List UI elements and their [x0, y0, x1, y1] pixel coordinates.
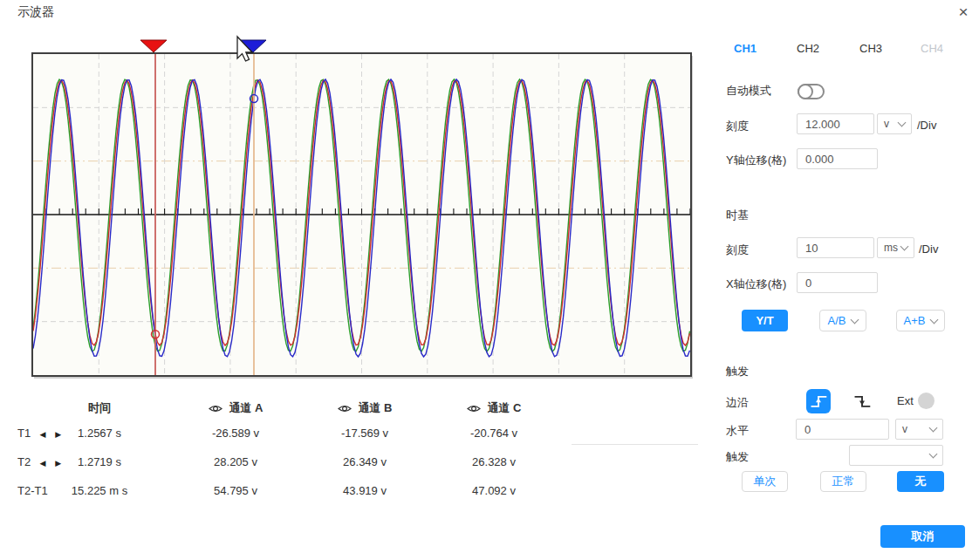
- ch-scale-input[interactable]: [797, 113, 874, 134]
- no-trigger-button[interactable]: 无: [897, 471, 944, 492]
- trigger-level-unit-select[interactable]: v: [895, 419, 943, 440]
- chevron-down-icon: [929, 450, 938, 459]
- ch-scale-unit-value: v: [884, 118, 889, 130]
- x-offset-input[interactable]: [797, 272, 878, 293]
- channel-b-header: 通道 B: [359, 400, 393, 416]
- tb-scale-input[interactable]: [797, 237, 874, 258]
- yt-mode-button[interactable]: Y/T: [742, 310, 788, 331]
- trigger-level-unit-value: v: [902, 423, 907, 435]
- t1-channel-c-value: -20.764 v: [429, 427, 558, 440]
- tb-per-div-label: /Div: [919, 242, 938, 256]
- ext-label: Ext: [897, 394, 914, 407]
- ab-mode-button[interactable]: A/B: [819, 310, 866, 331]
- t2-channel-a-value: 28.205 v: [171, 455, 300, 468]
- cursor-t1-flag-icon[interactable]: [140, 40, 167, 52]
- trigger-heading: 触发: [726, 364, 749, 379]
- tb-scale-label: 刻度: [726, 242, 749, 258]
- x-offset-label: X轴位移(格): [726, 277, 786, 292]
- y-offset-input[interactable]: [797, 148, 878, 169]
- t2-t1-channel-b-value: 43.919 v: [300, 484, 429, 497]
- t1-prev-arrow-icon[interactable]: ◀: [37, 430, 49, 439]
- chevron-down-icon: [898, 119, 907, 127]
- level-label: 水平: [726, 423, 749, 439]
- tb-scale-unit-value: ms: [884, 242, 898, 254]
- measurement-row-t1: T1 ◀ ▶ 1.2567 s -26.589 v -17.569 v -20.…: [17, 420, 593, 446]
- close-button[interactable]: ×: [953, 2, 974, 23]
- measurement-row-delta: T2-T1 15.225 m s 54.795 v 43.919 v 47.09…: [17, 477, 593, 503]
- ab-mode-label: A/B: [828, 314, 846, 327]
- tab-ch2[interactable]: CH2: [797, 42, 819, 55]
- channel-a-visibility-eye-icon[interactable]: [209, 404, 222, 413]
- tab-ch4[interactable]: CH4: [921, 42, 943, 55]
- tb-scale-unit-select[interactable]: ms: [877, 237, 914, 258]
- tab-ch3[interactable]: CH3: [859, 42, 882, 55]
- t2-t1-time-value: 15.225 m s: [66, 484, 133, 497]
- ch-scale-label: 刻度: [726, 119, 749, 134]
- t1-label: T1: [17, 427, 37, 440]
- t2-label: T2: [17, 455, 37, 468]
- t1-channel-b-value: -17.569 v: [300, 427, 429, 440]
- ch-per-div-label: /Div: [917, 119, 936, 132]
- t2-channel-c-value: 26.328 v: [429, 455, 558, 468]
- chevron-down-icon: [930, 315, 939, 324]
- waveform-plot: [33, 54, 690, 375]
- t1-time-value: 1.2567 s: [66, 427, 133, 440]
- t2-time-value: 1.2719 s: [66, 455, 133, 468]
- single-trigger-button[interactable]: 单次: [742, 471, 788, 492]
- tab-ch1[interactable]: CH1: [734, 42, 756, 55]
- falling-edge-button[interactable]: [850, 389, 874, 413]
- chevron-down-icon: [900, 242, 909, 251]
- chevron-down-icon: [851, 315, 859, 324]
- normal-trigger-button[interactable]: 正常: [820, 471, 866, 492]
- t2-next-arrow-icon[interactable]: ▶: [52, 459, 65, 468]
- trigger-level-input[interactable]: [796, 419, 889, 440]
- auto-mode-label: 自动模式: [726, 83, 771, 99]
- rising-edge-button[interactable]: [806, 389, 831, 413]
- timebase-heading: 时基: [726, 208, 749, 223]
- apb-mode-button[interactable]: A+B: [896, 310, 945, 331]
- t2-t1-label: T2-T1: [17, 484, 66, 497]
- time-header: 时间: [66, 400, 133, 416]
- y-offset-label: Y轴位移(格): [726, 153, 786, 168]
- apb-mode-label: A+B: [904, 314, 926, 327]
- channel-c-header: 通道 C: [488, 400, 522, 416]
- cursor-flag-overlay: [0, 0, 715, 70]
- measurements-header-row: 时间 通道 A 通道 B 通道 C: [17, 397, 593, 420]
- ch-scale-unit-select[interactable]: v: [877, 113, 912, 134]
- measurement-row-t2: T2 ◀ ▶ 1.2719 s 28.205 v 26.349 v 26.328…: [17, 448, 593, 475]
- ext-trigger-led: [918, 393, 934, 409]
- cancel-button[interactable]: 取消: [880, 525, 965, 548]
- t2-channel-b-value: 26.349 v: [300, 455, 429, 468]
- t2-t1-channel-a-value: 54.795 v: [171, 484, 300, 497]
- auto-mode-toggle[interactable]: [798, 84, 825, 99]
- oscilloscope-display: [31, 52, 692, 377]
- chevron-down-icon: [929, 424, 938, 433]
- channel-c-visibility-eye-icon[interactable]: [467, 404, 481, 413]
- trigger-source-label: 触发: [726, 449, 749, 465]
- t1-channel-a-value: -26.589 v: [171, 427, 300, 440]
- channel-b-visibility-eye-icon[interactable]: [338, 404, 352, 413]
- t2-t1-channel-c-value: 47.092 v: [429, 484, 558, 497]
- rising-edge-icon: [809, 392, 828, 411]
- t2-prev-arrow-icon[interactable]: ◀: [37, 459, 49, 468]
- falling-edge-icon: [852, 392, 872, 411]
- edge-label: 边沿: [726, 395, 749, 411]
- trigger-source-select[interactable]: [849, 445, 943, 466]
- measurements-table: 时间 通道 A 通道 B 通道 C T1 ◀ ▶ 1.2567 s: [17, 397, 593, 503]
- channel-a-header: 通道 A: [229, 400, 264, 416]
- t1-next-arrow-icon[interactable]: ▶: [52, 430, 65, 439]
- table-divider: [572, 444, 698, 445]
